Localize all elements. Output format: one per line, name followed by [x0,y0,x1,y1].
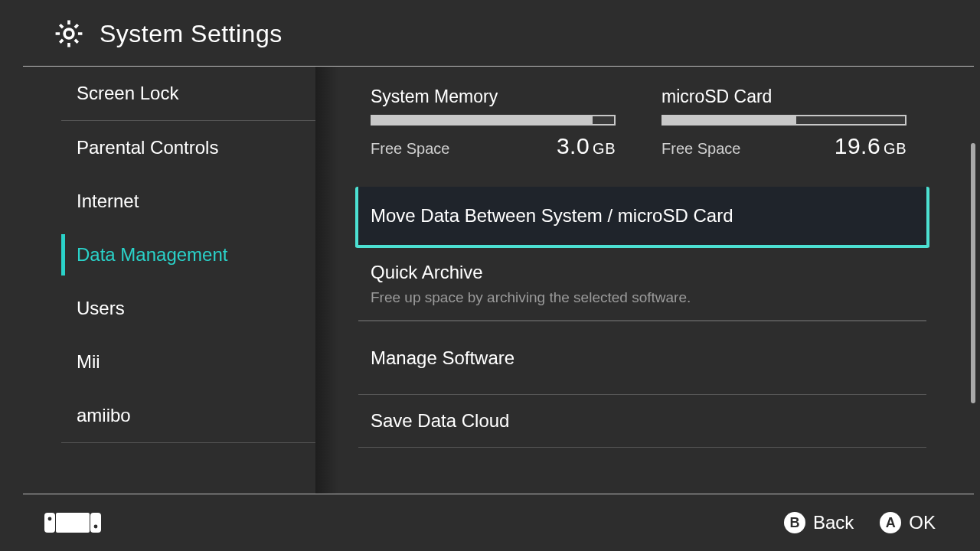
sidebar-item-label: Internet [77,191,139,212]
option-save-data-cloud[interactable]: Save Data Cloud [358,394,926,448]
svg-point-0 [64,29,74,38]
svg-point-5 [94,525,98,529]
sidebar-item-screen-lock[interactable]: Screen Lock [61,67,315,120]
storage-meta: Free Space 3.0GB [371,133,616,159]
scrollbar-thumb[interactable] [971,143,975,403]
settings-screen: System Settings Screen Lock Parental Con… [0,0,980,551]
sidebar-item-mii[interactable]: Mii [61,335,315,389]
sidebar-item-parental-controls[interactable]: Parental Controls [61,121,315,174]
sidebar-item-label: amiibo [77,405,131,426]
controller-icon [44,511,101,534]
free-space-label: Free Space [371,140,449,158]
sidebar-item-label: Data Management [77,244,227,266]
ok-label: OK [909,512,936,533]
storage-bar-fill [663,116,796,124]
body: Screen Lock Parental Controls Internet D… [0,67,980,494]
option-move-data[interactable]: Move Data Between System / microSD Card [355,187,929,248]
divider [61,442,315,443]
storage-row: System Memory Free Space 3.0GB microSD C… [358,86,926,159]
main-panel: System Memory Free Space 3.0GB microSD C… [315,67,980,494]
svg-rect-3 [56,513,90,533]
svg-point-4 [48,517,52,521]
option-quick-archive[interactable]: Quick Archive [358,248,926,289]
sidebar-item-data-management[interactable]: Data Management [61,228,315,282]
option-label: Save Data Cloud [371,410,509,432]
option-manage-software[interactable]: Manage Software [358,321,926,394]
back-button[interactable]: B Back [784,512,854,533]
sidebar-item-label: Screen Lock [77,83,178,104]
option-list: Move Data Between System / microSD Card … [358,187,926,448]
a-button-icon: A [880,512,901,533]
storage-bar-system [371,115,616,126]
page-title: System Settings [100,20,283,48]
sidebar-item-label: Parental Controls [77,137,218,158]
gear-icon [52,17,86,51]
storage-bar-sd [662,115,906,126]
footer-buttons: B Back A OK [784,512,936,533]
ok-button[interactable]: A OK [880,512,936,533]
storage-meta: Free Space 19.6GB [662,133,906,159]
sidebar-item-internet[interactable]: Internet [61,174,315,228]
storage-title: System Memory [371,86,616,107]
back-label: Back [813,512,854,533]
sidebar-item-amiibo[interactable]: amiibo [61,389,315,442]
sidebar-item-label: Users [77,298,125,319]
footer: B Back A OK [0,494,980,551]
header: System Settings [0,9,980,66]
option-label: Manage Software [371,347,514,369]
free-space-label: Free Space [662,140,740,158]
svg-rect-2 [90,513,101,533]
option-quick-archive-description: Free up space by archiving the selected … [358,289,926,321]
option-label: Move Data Between System / microSD Card [371,205,733,227]
storage-title: microSD Card [662,86,906,107]
sidebar: Screen Lock Parental Controls Internet D… [0,67,315,494]
storage-value: 3.0GB [557,133,616,159]
storage-bar-fill [372,116,593,124]
storage-system-memory: System Memory Free Space 3.0GB [371,86,616,159]
option-label: Quick Archive [371,262,483,283]
storage-microsd: microSD Card Free Space 19.6GB [662,86,906,159]
sidebar-item-users[interactable]: Users [61,282,315,335]
storage-value: 19.6GB [835,133,906,159]
sidebar-item-label: Mii [77,351,100,373]
b-button-icon: B [784,512,805,533]
svg-rect-1 [44,513,55,533]
